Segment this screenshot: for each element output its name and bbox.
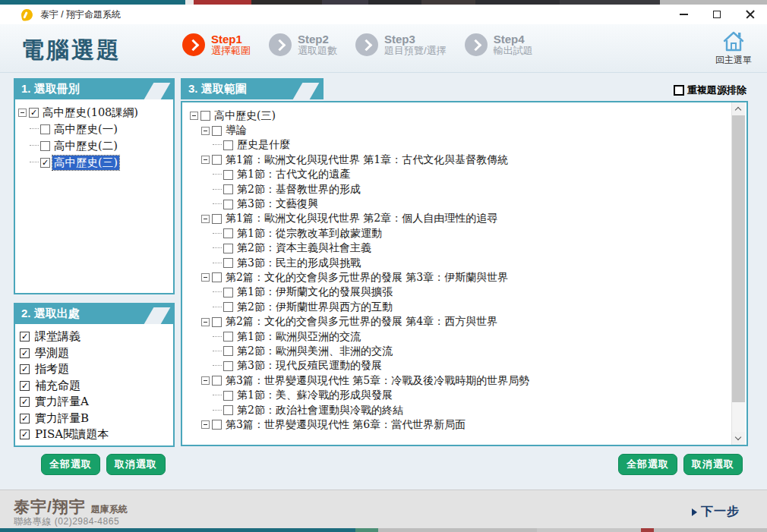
checkbox[interactable] [212,272,222,282]
checkbox[interactable] [223,228,233,238]
source-item[interactable]: ✓實力評量A [20,394,169,411]
checkbox[interactable] [223,244,233,253]
tree-item[interactable]: 第3節：文藝復興 [190,197,728,211]
tree-label: 第1節：歐洲與亞洲的交流 [235,330,362,344]
maximize-button[interactable] [700,5,734,24]
tree-item[interactable]: 第1節：歐洲與亞洲的交流 [190,329,728,344]
source-item[interactable]: ✓學測題 [20,345,169,362]
tree-item[interactable]: 歷史是什麼 [190,138,728,153]
deselect-all-button[interactable]: 取消選取 [106,454,166,475]
tree-item[interactable]: ✓高中歷史(108課綱) [18,104,170,121]
tree-item[interactable]: 第1篇：歐洲文化與現代世界 第1章：古代文化與基督教傳統 [190,153,728,167]
source-item[interactable]: ✓課堂講義 [20,329,169,345]
scrollbar[interactable] [731,102,745,445]
scrollbar-thumb[interactable] [732,115,745,402]
source-item[interactable]: ✓實力評量B [20,411,169,427]
checkbox[interactable] [200,111,210,121]
scroll-up-button[interactable] [732,102,745,115]
dedupe-checkbox-row[interactable]: 重複題源排除 [674,83,746,97]
step-2[interactable]: Step2選取題數 [269,33,337,57]
tree-item[interactable]: 第2節：歐洲與美洲、非洲的交流 [190,344,728,358]
tree-item[interactable]: 第1節：美、蘇冷戰的形成與發展 [190,388,728,402]
close-button[interactable] [734,5,767,24]
minimize-button[interactable] [667,5,700,24]
tree-connector-line [213,189,222,190]
tree-item[interactable]: 第1節：古代文化的遺產 [190,168,728,182]
tree-label: 第2節：歐洲與美洲、非洲的交流 [235,345,394,358]
tree-item[interactable]: 第3篇：世界變遷與現代性 第6章：當代世界新局面 [190,417,728,432]
expand-toggle-icon[interactable] [201,318,210,326]
next-step-button[interactable]: 下一步 [692,504,740,520]
checkbox[interactable]: ✓ [20,397,30,407]
checkbox[interactable] [212,376,222,386]
checkbox[interactable] [223,361,233,371]
expand-toggle-icon[interactable] [201,376,210,385]
step-4[interactable]: Step4輸出試題 [465,33,533,57]
checkbox[interactable] [223,140,233,150]
tree-connector-line [213,203,222,205]
checkbox[interactable] [223,184,233,194]
select-all-button[interactable]: 全部選取 [41,454,100,475]
tree-item[interactable]: 第2節：政治社會運動與冷戰的終結 [190,403,728,417]
step-1[interactable]: Step1選擇範圍 [182,33,251,57]
checkbox[interactable] [223,258,233,268]
source-item[interactable]: ✓補充命題 [20,378,169,395]
checkbox[interactable] [40,141,50,151]
tree-item[interactable]: 第2節：資本主義與社會主義 [190,241,728,256]
tree-item[interactable]: 導論 [190,123,728,137]
checkbox[interactable]: ✓ [20,414,30,423]
checkbox[interactable] [212,126,222,136]
tree-item[interactable]: 高中歷史(二) [18,137,170,154]
source-item[interactable]: ✓指考題 [20,361,169,378]
expand-toggle-icon[interactable] [201,420,210,429]
checkbox[interactable]: ✓ [29,108,39,118]
checkbox[interactable]: ✓ [20,381,30,391]
scroll-down-button[interactable] [732,432,745,445]
tree-item[interactable]: 第2節：伊斯蘭世界與西方的互動 [190,300,728,314]
source-item[interactable]: ✓PISA閱讀題本 [20,427,169,443]
step-3[interactable]: Step3題目預覽/選擇 [355,33,447,57]
tree-item[interactable]: 高中歷史(一) [18,121,170,137]
checkbox[interactable]: ✓ [20,364,30,374]
tree-item[interactable]: 第2節：基督教世界的形成 [190,182,728,197]
checkbox[interactable] [223,391,233,401]
checkbox[interactable] [223,346,233,356]
select-all-button[interactable]: 全部選取 [618,454,677,475]
tree-item[interactable]: 第1節：伊斯蘭文化的發展與擴張 [190,285,728,300]
tree-item[interactable]: 第3節：民主的形成與挑戰 [190,256,728,270]
checkbox[interactable] [212,420,222,430]
expand-toggle-icon[interactable] [201,156,210,164]
tree-item[interactable]: 第1篇：歐洲文化與現代世界 第2章：個人自由理性的追尋 [190,212,728,226]
checkbox[interactable]: ✓ [20,348,30,358]
tree-item[interactable]: 第1節：從宗教改革到啟蒙運動 [190,226,728,241]
home-button[interactable]: 回主選單 [712,29,755,67]
checkbox[interactable]: ✓ [40,158,50,168]
scope-tree: 高中歷史(三)導論歷史是什麼第1篇：歐洲文化與現代世界 第1章：古代文化與基督教… [190,109,728,433]
checkbox[interactable] [223,405,233,415]
tree-item[interactable]: 第2篇：文化的交會與多元世界的發展 第3章：伊斯蘭與世界 [190,270,728,285]
checkbox[interactable]: ✓ [20,332,30,342]
checkbox[interactable] [223,200,233,209]
checkbox[interactable]: ✓ [20,430,30,439]
expand-toggle-icon[interactable] [190,112,198,120]
checkbox[interactable] [223,332,233,342]
tree-item[interactable]: 第2篇：文化的交會與多元世界的發展 第4章：西方與世界 [190,314,728,329]
deselect-all-button[interactable]: 取消選取 [683,454,743,475]
checkbox[interactable] [223,170,233,180]
expand-toggle-icon[interactable] [201,273,210,282]
expand-toggle-icon[interactable] [201,215,210,223]
expand-toggle-icon[interactable] [18,109,27,117]
tree-item[interactable]: 第3篇：世界變遷與現代性 第5章：冷戰及後冷戰時期的世界局勢 [190,373,728,388]
tree-item[interactable]: 第3節：現代反殖民運動的發展 [190,359,728,373]
checkbox[interactable] [40,124,50,134]
checkbox[interactable] [212,214,222,224]
dedupe-checkbox[interactable] [674,85,684,96]
expand-toggle-icon[interactable] [201,127,210,135]
checkbox[interactable] [223,302,233,312]
tree-label: 第2節：資本主義與社會主義 [235,241,373,255]
checkbox[interactable] [212,317,222,327]
tree-item[interactable]: 高中歷史(三) [190,109,728,123]
checkbox[interactable] [212,155,222,165]
tree-item[interactable]: ✓高中歷史(三) [18,154,170,171]
checkbox[interactable] [223,288,233,297]
